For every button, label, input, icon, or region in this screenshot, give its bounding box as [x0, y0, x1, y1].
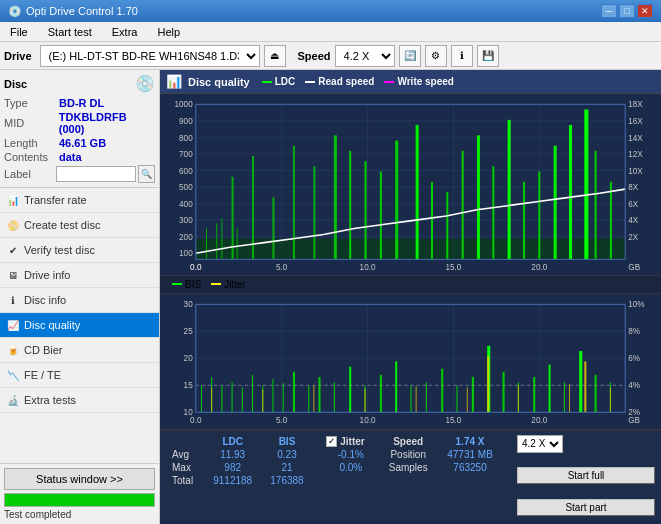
- sidebar-item-drive-info[interactable]: 🖥 Drive info: [0, 263, 159, 288]
- sidebar-item-create-test-disc[interactable]: 📀 Create test disc: [0, 213, 159, 238]
- label-search-button[interactable]: 🔍: [138, 165, 155, 183]
- close-button[interactable]: ✕: [637, 4, 653, 18]
- svg-text:GB: GB: [628, 263, 640, 272]
- svg-rect-135: [364, 388, 365, 412]
- stats-table: LDC BIS ✓ Jitter Speed 1.74 X: [160, 431, 511, 520]
- svg-rect-132: [211, 387, 212, 412]
- svg-text:18X: 18X: [628, 100, 643, 109]
- svg-rect-49: [334, 135, 337, 259]
- length-key: Length: [4, 137, 59, 149]
- bis-dot: [172, 283, 182, 285]
- sidebar-item-verify-test-disc[interactable]: ✔ Verify test disc: [0, 238, 159, 263]
- col-jitter: ✓ Jitter: [322, 435, 379, 448]
- col-ldc: LDC: [204, 435, 262, 448]
- sidebar-item-transfer-rate[interactable]: 📊 Transfer rate: [0, 188, 159, 213]
- legend-bis: BIS: [172, 279, 201, 290]
- start-part-button[interactable]: Start part: [517, 499, 655, 516]
- transfer-rate-icon: 📊: [6, 193, 20, 207]
- svg-rect-57: [462, 151, 464, 260]
- jitter-check-cell: ✓ Jitter: [326, 436, 375, 447]
- disc-quality-icon: 📈: [6, 318, 20, 332]
- window-controls: ─ □ ✕: [601, 4, 653, 18]
- status-text: Test completed: [4, 509, 155, 520]
- svg-text:GB: GB: [628, 416, 640, 425]
- sidebar-item-fe-te[interactable]: 📉 FE / TE: [0, 363, 159, 388]
- svg-rect-61: [523, 182, 525, 260]
- svg-rect-141: [584, 361, 586, 412]
- settings-button[interactable]: ⚙: [425, 45, 447, 67]
- legend-jitter: Jitter: [211, 279, 246, 290]
- svg-rect-46: [272, 197, 274, 259]
- total-speed-val: [437, 474, 503, 487]
- svg-rect-112: [318, 377, 320, 412]
- chart-speed-select[interactable]: 4.2 X: [517, 435, 563, 453]
- app-icon: 💿: [8, 5, 22, 18]
- nav-list: 📊 Transfer rate 📀 Create test disc ✔ Ver…: [0, 188, 159, 413]
- refresh-button[interactable]: 🔄: [399, 45, 421, 67]
- svg-text:15.0: 15.0: [445, 416, 461, 425]
- sidebar-item-cd-bier[interactable]: 🍺 CD Bier: [0, 338, 159, 363]
- progress-bar: [4, 493, 155, 507]
- avg-bis: 0.23: [262, 448, 313, 461]
- svg-text:100: 100: [179, 249, 193, 258]
- sidebar-item-extra-tests[interactable]: 🔬 Extra tests: [0, 388, 159, 413]
- svg-rect-111: [308, 385, 309, 412]
- svg-text:16X: 16X: [628, 117, 643, 126]
- svg-rect-130: [595, 375, 597, 412]
- chart-header: 📊 Disc quality LDC Read speed Write spee…: [160, 70, 661, 94]
- avg-spacer: [312, 448, 322, 461]
- fe-te-label: FE / TE: [24, 369, 61, 381]
- status-section: Status window >> Test completed: [0, 463, 159, 524]
- svg-text:400: 400: [179, 200, 193, 209]
- svg-text:20: 20: [184, 354, 194, 363]
- total-label: Total: [168, 474, 204, 487]
- label-input[interactable]: [56, 166, 136, 182]
- verify-test-label: Verify test disc: [24, 244, 95, 256]
- top-chart-area: 1000 900 800 700 600 500 400 300 200 100…: [160, 94, 661, 276]
- sidebar-item-disc-quality[interactable]: 📈 Disc quality: [0, 313, 159, 338]
- svg-rect-54: [416, 125, 419, 259]
- chart-icon: 📊: [166, 74, 182, 89]
- svg-rect-55: [431, 182, 433, 260]
- menu-start-test[interactable]: Start test: [42, 24, 98, 40]
- drive-select[interactable]: (E:) HL-DT-ST BD-RE WH16NS48 1.D3: [40, 45, 260, 67]
- svg-rect-63: [554, 146, 557, 260]
- bottom-chart-area: 30 25 20 15 10 10% 8% 6% 4% 2% 0.0 5: [160, 294, 661, 430]
- app-title-group: 💿 Opti Drive Control 1.70: [8, 5, 138, 18]
- create-test-label: Create test disc: [24, 219, 100, 231]
- svg-text:15: 15: [184, 381, 194, 390]
- minimize-button[interactable]: ─: [601, 4, 617, 18]
- menu-help[interactable]: Help: [151, 24, 186, 40]
- menu-file[interactable]: File: [4, 24, 34, 40]
- maximize-button[interactable]: □: [619, 4, 635, 18]
- max-ldc: 982: [204, 461, 262, 474]
- sidebar-item-disc-info[interactable]: ℹ Disc info: [0, 288, 159, 313]
- svg-rect-114: [349, 367, 351, 413]
- start-full-button[interactable]: Start full: [517, 467, 655, 484]
- total-spacer: [312, 474, 322, 487]
- app-title: Opti Drive Control 1.70: [26, 5, 138, 17]
- svg-text:800: 800: [179, 133, 193, 142]
- status-window-button[interactable]: Status window >>: [4, 468, 155, 490]
- length-value: 46.61 GB: [59, 137, 106, 149]
- speed-select[interactable]: 4.2 X: [335, 45, 395, 67]
- disc-quality-label: Disc quality: [24, 319, 80, 331]
- contents-value: data: [59, 151, 82, 163]
- col-speed-val: 1.74 X: [437, 435, 503, 448]
- save-button[interactable]: 💾: [477, 45, 499, 67]
- svg-rect-64: [569, 125, 572, 259]
- cd-bier-label: CD Bier: [24, 344, 63, 356]
- transfer-rate-label: Transfer rate: [24, 194, 87, 206]
- bis-legend: BIS Jitter: [172, 279, 246, 290]
- svg-rect-62: [538, 172, 540, 260]
- info-button[interactable]: ℹ: [451, 45, 473, 67]
- ldc-label: LDC: [275, 76, 296, 87]
- jitter-checkbox[interactable]: ✓: [326, 436, 337, 447]
- svg-rect-66: [595, 151, 597, 260]
- jitter-dot: [211, 283, 221, 285]
- drive-label: Drive: [4, 50, 32, 62]
- drive-info-label: Drive info: [24, 269, 70, 281]
- eject-button[interactable]: ⏏: [264, 45, 286, 67]
- menu-extra[interactable]: Extra: [106, 24, 144, 40]
- svg-text:1000: 1000: [175, 100, 194, 109]
